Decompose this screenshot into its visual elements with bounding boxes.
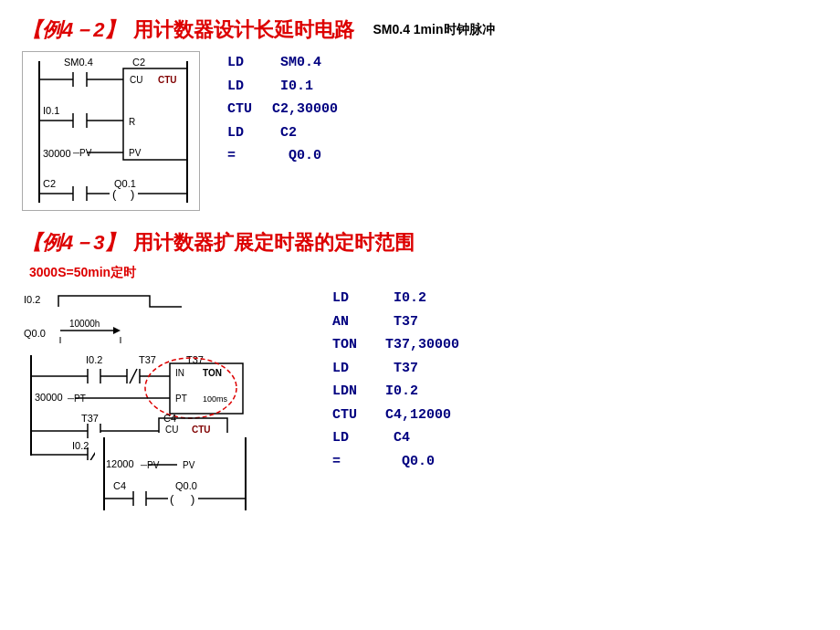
svg-text:C2: C2 [43, 178, 56, 189]
svg-text:SM0.4: SM0.4 [64, 57, 93, 68]
svg-text:T37: T37 [81, 413, 99, 424]
svg-text:30000: 30000 [43, 148, 71, 159]
svg-text:─PT: ─PT [67, 394, 86, 404]
section2-header: 【例4－3】 用计数器扩展定时器的定时范围 [22, 229, 818, 257]
svg-text:(: ( [170, 492, 174, 506]
code2-line-6: CTU C4,12000 [332, 404, 515, 427]
svg-text:C2: C2 [132, 57, 145, 68]
section1-subtitle: SM0.4 1min时钟脉冲 [373, 22, 494, 38]
svg-text:IN: IN [175, 368, 184, 378]
svg-text:PV: PV [129, 148, 142, 158]
svg-text:12000: 12000 [106, 458, 134, 469]
section2-subtitle-line: 3000S=50min定时 [29, 264, 818, 281]
code-block-1: LD SM0.4 LD I0.1 CTU C2,30000 LD C2 = Q0… [227, 51, 410, 168]
section2-subtitle: 3000S=50min定时 [29, 265, 136, 279]
code2-line-1: LD I0.2 [332, 287, 515, 310]
svg-text:TON: TON [203, 368, 222, 378]
code2-line-5: LDN I0.2 [332, 380, 515, 404]
section1-body: SM0.4 C2 CU CTU I0.1 [22, 51, 818, 211]
section2-title: 用计数器扩展定时器的定时范围 [133, 229, 415, 257]
section1-title: 用计数器设计长延时电路 [133, 16, 354, 44]
section2-timing-area: I0.2 Q0.0 10000h I0.2 T37 [22, 287, 305, 515]
svg-text:CTU: CTU [158, 75, 177, 85]
code-line-4: LD C2 [227, 121, 410, 145]
svg-text:C4: C4 [113, 480, 126, 491]
section1-header: 【例4－2】 用计数器设计长延时电路 SM0.4 1min时钟脉冲 [22, 16, 818, 44]
svg-text:10000h: 10000h [69, 319, 100, 329]
svg-text:30000: 30000 [35, 392, 63, 403]
code2-line-2: AN T37 [332, 310, 515, 334]
page: 【例4－2】 用计数器设计长延时电路 SM0.4 1min时钟脉冲 SM0.4 … [0, 0, 840, 630]
svg-text:Q0.0: Q0.0 [24, 328, 46, 339]
code-line-2: LD I0.1 [227, 75, 410, 99]
svg-line-49 [130, 369, 137, 383]
svg-text:─PV: ─PV [72, 148, 92, 158]
svg-text:R: R [129, 117, 135, 127]
svg-text:I0.1: I0.1 [43, 105, 59, 116]
svg-text:Q0.0: Q0.0 [175, 480, 197, 491]
code-block-2: LD I0.2 AN T37 TON T37,30000 LD T37 LDN … [332, 287, 515, 473]
code-line-1: LD SM0.4 [227, 51, 410, 75]
section2-body: I0.2 Q0.0 10000h I0.2 T37 [22, 287, 818, 515]
svg-text:PT: PT [175, 394, 187, 404]
svg-text:PV: PV [183, 460, 195, 470]
svg-text:T37: T37 [139, 354, 156, 365]
code-line-3: CTU C2,30000 [227, 98, 410, 121]
svg-text:─PV: ─PV [140, 460, 160, 470]
section1-bracket: 【例4－2】 [22, 16, 124, 44]
code-line-5: = Q0.0 [227, 144, 410, 168]
ladder-diagram-1: SM0.4 C2 CU CTU I0.1 [22, 51, 200, 211]
code2-line-8: = Q0.0 [332, 450, 515, 474]
code2-line-7: LD C4 [332, 426, 515, 450]
svg-text:100ms: 100ms [203, 394, 228, 404]
svg-text:I0.2: I0.2 [24, 294, 40, 305]
svg-text:): ) [131, 187, 134, 201]
svg-text:): ) [191, 492, 194, 506]
svg-point-52 [145, 358, 236, 418]
section2-bracket: 【例4－3】 [22, 229, 124, 257]
svg-text:I0.2: I0.2 [72, 440, 89, 451]
code2-line-3: TON T37,30000 [332, 333, 515, 357]
svg-text:I0.2: I0.2 [86, 354, 102, 365]
svg-marker-35 [113, 327, 121, 334]
svg-text:CU: CU [130, 75, 142, 85]
code2-line-4: LD T37 [332, 357, 515, 381]
svg-text:(: ( [112, 187, 117, 201]
